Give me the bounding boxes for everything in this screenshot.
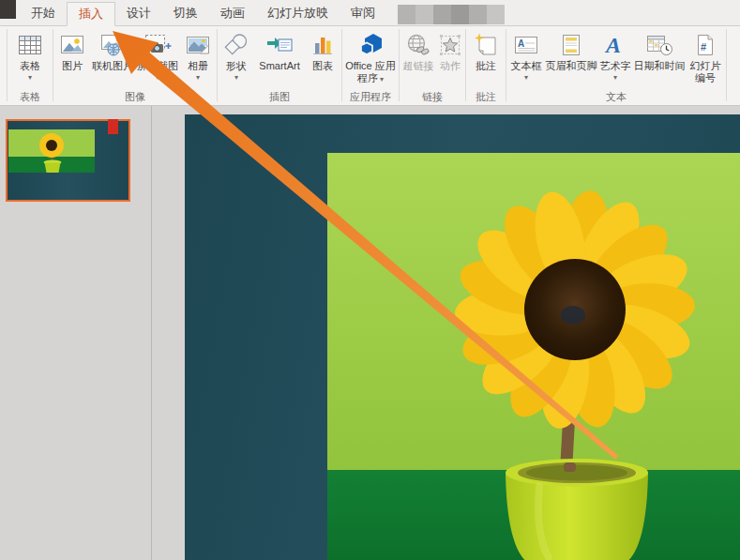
shapes-icon xyxy=(224,29,249,60)
button-label: 动作 xyxy=(440,60,461,72)
button-label: 超链接 xyxy=(403,60,434,72)
button-label: 相册 xyxy=(188,60,208,72)
group-buttons: 形状▾SmartArt图表 xyxy=(219,27,340,89)
ribbon-group-comments: 批注批注 xyxy=(466,26,506,105)
slide[interactable] xyxy=(185,114,740,560)
ribbon-button-action: 动作 xyxy=(436,27,464,72)
ribbon-button-table[interactable]: 表格▾ xyxy=(8,27,52,82)
ribbon-group-text: A文本框▾页眉和页脚A艺术字▾日期和时间#幻灯片编号文本 xyxy=(506,26,726,105)
group-buttons: A文本框▾页眉和页脚A艺术字▾日期和时间#幻灯片编号 xyxy=(507,27,725,89)
group-label: 链接 xyxy=(422,91,443,102)
ribbon-group-tables: 表格▾表格 xyxy=(8,26,53,105)
tab-list: 开始插入设计切换动画幻灯片放映审阅视图 xyxy=(20,2,433,25)
button-label: 页眉和页脚 xyxy=(546,60,597,72)
group-label: 表格 xyxy=(20,91,40,102)
group-buttons: 表格▾ xyxy=(8,27,52,89)
header-footer-icon xyxy=(560,29,582,60)
ribbon-button-online-pictures[interactable]: 联机图片 xyxy=(90,27,135,72)
button-label: 图片 xyxy=(62,60,83,72)
ribbon-button-header-footer[interactable]: 页眉和页脚 xyxy=(545,27,597,72)
group-label: 图像 xyxy=(125,91,145,102)
online-pictures-icon xyxy=(99,29,126,60)
button-label: 形状 xyxy=(226,60,247,72)
datetime-icon xyxy=(645,29,673,60)
smartart-icon xyxy=(265,29,294,60)
slide-number-icon: # xyxy=(694,29,717,60)
ribbon-button-wordart[interactable]: A艺术字▾ xyxy=(597,27,633,82)
workspace xyxy=(0,106,740,560)
button-label: 文本框 xyxy=(511,60,542,72)
ribbon-button-date-time[interactable]: 日期和时间 xyxy=(633,27,686,72)
tab-review[interactable]: 审阅 xyxy=(340,2,386,25)
dropdown-caret-icon: ▾ xyxy=(378,75,384,83)
redacted-block xyxy=(487,5,505,24)
ribbon-group-illustrations: 形状▾SmartArt图表插图 xyxy=(218,26,341,105)
ribbon-button-slide-number[interactable]: #幻灯片编号 xyxy=(686,27,725,84)
svg-text:A: A xyxy=(604,33,621,57)
office-apps-icon xyxy=(357,29,384,60)
group-buttons: 图片联机图片屏幕截图▾相册▾ xyxy=(54,27,216,89)
redacted-block xyxy=(398,5,415,24)
dropdown-caret-icon: ▾ xyxy=(196,73,200,82)
redacted-block xyxy=(469,5,487,24)
dropdown-caret-icon: ▾ xyxy=(613,73,617,82)
ribbon-button-screenshot[interactable]: 屏幕截图▾ xyxy=(135,27,180,82)
sunflower-photo[interactable] xyxy=(327,153,740,560)
ribbon-button-textbox[interactable]: A文本框▾ xyxy=(507,27,545,82)
textbox-icon: A xyxy=(513,29,539,60)
ribbon-group-images: 图片联机图片屏幕截图▾相册▾图像 xyxy=(53,26,217,105)
button-label: 幻灯片编号 xyxy=(686,60,725,84)
slide-thumbnail[interactable] xyxy=(6,119,130,202)
picture-icon xyxy=(59,29,85,60)
button-label: 联机图片 xyxy=(92,60,133,72)
ribbon-button-chart[interactable]: 图表 xyxy=(305,27,340,72)
button-label: 艺术字 xyxy=(600,60,631,72)
dropdown-caret-icon: ▾ xyxy=(156,73,159,82)
table-icon xyxy=(18,29,42,60)
button-label: 屏幕截图 xyxy=(137,60,178,72)
powerpoint-window: 开始插入设计切换动画幻灯片放映审阅视图 表格▾表格图片联机图片屏幕截图▾相册▾图… xyxy=(0,0,740,560)
group-buttons: 超链接动作 xyxy=(400,27,464,89)
slide-thumbnail-panel[interactable] xyxy=(0,106,151,560)
ribbon-button-photo-album[interactable]: 相册▾ xyxy=(180,27,216,82)
ribbon-button-comment[interactable]: 批注 xyxy=(467,27,505,72)
redacted-block xyxy=(451,5,469,24)
group-label: 插图 xyxy=(269,91,290,102)
tab-design[interactable]: 设计 xyxy=(115,2,162,25)
svg-text:A: A xyxy=(518,38,524,48)
redacted-block xyxy=(415,5,433,24)
tab-slideshow[interactable]: 幻灯片放映 xyxy=(256,2,340,25)
button-label: 批注 xyxy=(476,60,496,72)
screenshot-icon xyxy=(143,29,172,60)
ribbon: 表格▾表格图片联机图片屏幕截图▾相册▾图像形状▾SmartArt图表插图Offi… xyxy=(0,26,740,106)
button-label: SmartArt xyxy=(259,60,299,72)
tab-animations[interactable]: 动画 xyxy=(209,2,256,25)
group-buttons: Office 应用程序 ▾ xyxy=(343,27,398,89)
ribbon-button-picture[interactable]: 图片 xyxy=(54,27,90,72)
window-corner xyxy=(0,0,16,19)
hyperlink-icon xyxy=(404,29,432,60)
redacted-block xyxy=(433,5,451,24)
dropdown-caret-icon: ▾ xyxy=(28,73,32,82)
ribbon-button-hyperlink: 超链接 xyxy=(400,27,436,72)
ribbon-group-links: 超链接动作链接 xyxy=(400,26,465,105)
tab-transitions[interactable]: 切换 xyxy=(162,2,209,25)
button-label: 日期和时间 xyxy=(634,60,686,72)
tab-home[interactable]: 开始 xyxy=(20,2,67,25)
button-label: 图表 xyxy=(312,60,333,72)
ribbon-button-smartart[interactable]: SmartArt xyxy=(254,27,305,72)
tab-insert[interactable]: 插入 xyxy=(67,2,115,26)
ribbon-button-shapes[interactable]: 形状▾ xyxy=(219,27,254,82)
photo-album-icon xyxy=(185,29,211,60)
button-label: Office 应用程序 ▾ xyxy=(343,60,398,85)
ribbon-button-office-apps[interactable]: Office 应用程序 ▾ xyxy=(343,27,398,85)
action-icon xyxy=(439,29,461,60)
red-marker xyxy=(108,119,118,134)
redacted-title xyxy=(398,5,505,24)
slide-canvas[interactable] xyxy=(152,106,740,560)
button-label: 表格 xyxy=(20,60,40,72)
ribbon-tab-bar: 开始插入设计切换动画幻灯片放映审阅视图 xyxy=(0,0,740,26)
chart-icon xyxy=(311,29,334,60)
group-buttons: 批注 xyxy=(467,27,505,89)
dropdown-caret-icon: ▾ xyxy=(524,73,528,82)
